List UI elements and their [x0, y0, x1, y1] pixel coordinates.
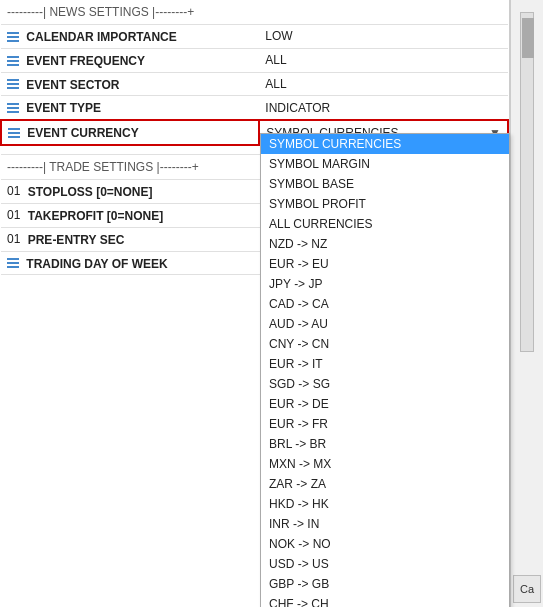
event-type-label: EVENT TYPE — [26, 101, 101, 115]
scrollbar-thumb[interactable] — [522, 18, 534, 58]
calendar-importance-value-cell: LOW — [259, 25, 508, 49]
calendar-importance-icon — [7, 32, 19, 42]
dropdown-item-all-currencies[interactable]: ALL CURRENCIES — [261, 214, 509, 234]
trading-day-label: TRADING DAY OF WEEK — [26, 256, 167, 270]
event-type-value: INDICATOR — [265, 101, 330, 115]
event-frequency-row: EVENT FREQUENCY ALL — [1, 48, 508, 72]
right-scrollbar-panel: Ca — [510, 0, 543, 607]
calendar-importance-label: CALENDAR IMPORTANCE — [26, 30, 176, 44]
calendar-importance-row: CALENDAR IMPORTANCE LOW — [1, 25, 508, 49]
stoploss-prefix: 01 — [7, 184, 20, 198]
calendar-importance-value: LOW — [265, 29, 292, 43]
dropdown-item-zar-za[interactable]: ZAR -> ZA — [261, 474, 509, 494]
pre-entry-label: PRE-ENTRY SEC — [28, 233, 125, 247]
dropdown-item-gbp-gb[interactable]: GBP -> GB — [261, 574, 509, 594]
event-frequency-icon — [7, 56, 19, 66]
currency-dropdown-list[interactable]: SYMBOL CURRENCIES SYMBOL MARGIN SYMBOL B… — [260, 133, 510, 607]
event-type-label-cell: EVENT TYPE — [1, 96, 259, 120]
dropdown-item-hkd-hk[interactable]: HKD -> HK — [261, 494, 509, 514]
event-sector-icon — [7, 79, 19, 89]
news-section-label: ---------| NEWS SETTINGS |--------+ — [7, 5, 194, 19]
main-container: ---------| NEWS SETTINGS |--------+ CALE… — [0, 0, 543, 607]
dropdown-item-symbol-margin[interactable]: SYMBOL MARGIN — [261, 154, 509, 174]
dropdown-item-symbol-base[interactable]: SYMBOL BASE — [261, 174, 509, 194]
takeprofit-label-cell: 01 TAKEPROFIT [0=NONE] — [1, 203, 259, 227]
calendar-importance-label-cell: CALENDAR IMPORTANCE — [1, 25, 259, 49]
event-currency-label: EVENT CURRENCY — [27, 126, 138, 140]
left-panel: ---------| NEWS SETTINGS |--------+ CALE… — [0, 0, 510, 607]
event-type-value-cell: INDICATOR — [259, 96, 508, 120]
event-type-row: EVENT TYPE INDICATOR — [1, 96, 508, 120]
dropdown-item-symbol-profit[interactable]: SYMBOL PROFIT — [261, 194, 509, 214]
ca-button[interactable]: Ca — [513, 575, 541, 603]
dropdown-item-brl-br[interactable]: BRL -> BR — [261, 434, 509, 454]
dropdown-item-eur-de[interactable]: EUR -> DE — [261, 394, 509, 414]
event-sector-row: EVENT SECTOR ALL — [1, 72, 508, 96]
event-sector-label: EVENT SECTOR — [26, 77, 119, 91]
event-currency-icon — [8, 128, 20, 138]
dropdown-item-sgd-sg[interactable]: SGD -> SG — [261, 374, 509, 394]
event-type-icon — [7, 103, 19, 113]
event-sector-value: ALL — [265, 77, 286, 91]
event-frequency-value: ALL — [265, 53, 286, 67]
dropdown-item-cny-cn[interactable]: CNY -> CN — [261, 334, 509, 354]
trade-section-label: ---------| TRADE SETTINGS |--------+ — [7, 160, 199, 174]
event-frequency-label: EVENT FREQUENCY — [26, 54, 145, 68]
news-settings-header: ---------| NEWS SETTINGS |--------+ — [1, 0, 508, 25]
pre-entry-label-cell: 01 PRE-ENTRY SEC — [1, 227, 259, 251]
dropdown-item-nzd-nz[interactable]: NZD -> NZ — [261, 234, 509, 254]
event-sector-value-cell: ALL — [259, 72, 508, 96]
dropdown-item-chf-ch[interactable]: CHF -> CH — [261, 594, 509, 607]
dropdown-item-aud-au[interactable]: AUD -> AU — [261, 314, 509, 334]
scrollbar-track[interactable] — [520, 12, 534, 352]
stoploss-label-cell: 01 STOPLOSS [0=NONE] — [1, 180, 259, 204]
dropdown-item-inr-in[interactable]: INR -> IN — [261, 514, 509, 534]
dropdown-item-cad-ca[interactable]: CAD -> CA — [261, 294, 509, 314]
dropdown-item-symbol-currencies[interactable]: SYMBOL CURRENCIES — [261, 134, 509, 154]
event-currency-label-cell: EVENT CURRENCY — [1, 120, 259, 145]
dropdown-item-mxn-mx[interactable]: MXN -> MX — [261, 454, 509, 474]
dropdown-item-eur-eu[interactable]: EUR -> EU — [261, 254, 509, 274]
takeprofit-label: TAKEPROFIT [0=NONE] — [28, 209, 163, 223]
dropdown-item-eur-it[interactable]: EUR -> IT — [261, 354, 509, 374]
takeprofit-prefix: 01 — [7, 208, 20, 222]
trading-day-icon — [7, 258, 19, 268]
ca-button-label: Ca — [520, 583, 534, 595]
trading-day-label-cell: TRADING DAY OF WEEK — [1, 251, 259, 275]
event-sector-label-cell: EVENT SECTOR — [1, 72, 259, 96]
dropdown-item-nok-no[interactable]: NOK -> NO — [261, 534, 509, 554]
dropdown-item-jpy-jp[interactable]: JPY -> JP — [261, 274, 509, 294]
dropdown-item-eur-fr[interactable]: EUR -> FR — [261, 414, 509, 434]
event-frequency-label-cell: EVENT FREQUENCY — [1, 48, 259, 72]
dropdown-item-usd-us[interactable]: USD -> US — [261, 554, 509, 574]
stoploss-label: STOPLOSS [0=NONE] — [28, 185, 153, 199]
event-frequency-value-cell: ALL — [259, 48, 508, 72]
pre-entry-prefix: 01 — [7, 232, 20, 246]
